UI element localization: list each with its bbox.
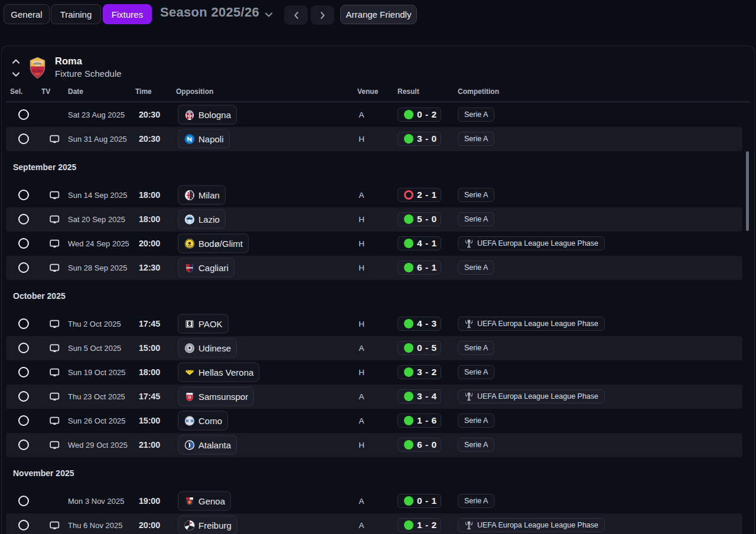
svg-text:1927: 1927	[35, 73, 40, 76]
svg-text:ROMA: ROMA	[32, 69, 43, 73]
